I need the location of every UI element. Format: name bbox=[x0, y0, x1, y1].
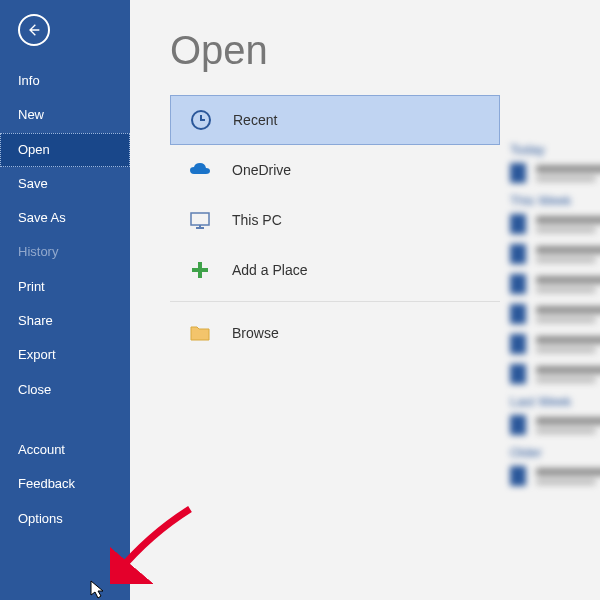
sidebar-item-info[interactable]: Info bbox=[0, 64, 130, 98]
recent-file-item[interactable] bbox=[510, 466, 600, 486]
sidebar-item-label: Export bbox=[18, 347, 56, 362]
source-onedrive[interactable]: OneDrive bbox=[170, 145, 500, 195]
backstage-sidebar: Info New Open Save Save As History Print… bbox=[0, 0, 130, 600]
sidebar-item-label: Account bbox=[18, 442, 65, 457]
recent-file-item[interactable] bbox=[510, 244, 600, 264]
sidebar-item-export[interactable]: Export bbox=[0, 338, 130, 372]
document-icon bbox=[510, 274, 526, 294]
svg-rect-3 bbox=[199, 225, 201, 227]
recent-files-list: Today This Week Last Week Older bbox=[510, 132, 600, 496]
source-browse[interactable]: Browse bbox=[170, 308, 500, 358]
back-arrow-icon bbox=[26, 22, 42, 38]
sidebar-item-label: Options bbox=[18, 511, 63, 526]
recent-file-item[interactable] bbox=[510, 415, 600, 435]
document-icon bbox=[510, 244, 526, 264]
sidebar-item-history[interactable]: History bbox=[0, 235, 130, 269]
svg-rect-1 bbox=[191, 213, 209, 225]
document-icon bbox=[510, 334, 526, 354]
sidebar-item-open[interactable]: Open bbox=[0, 133, 130, 167]
recent-file-item[interactable] bbox=[510, 304, 600, 324]
document-icon bbox=[510, 364, 526, 384]
sidebar-item-label: Open bbox=[18, 142, 50, 157]
source-add-place[interactable]: Add a Place bbox=[170, 245, 500, 295]
sidebar-item-options[interactable]: Options bbox=[0, 502, 130, 536]
recent-section-header: Older bbox=[510, 445, 600, 460]
sidebar-item-save-as[interactable]: Save As bbox=[0, 201, 130, 235]
plus-icon bbox=[188, 258, 212, 282]
recent-file-item[interactable] bbox=[510, 163, 600, 183]
recent-section-header: This Week bbox=[510, 193, 600, 208]
sidebar-item-label: Print bbox=[18, 279, 45, 294]
page-title: Open bbox=[170, 28, 600, 73]
recent-section-header: Today bbox=[510, 142, 600, 157]
open-source-list: Recent OneDrive This PC Add a Place bbox=[170, 95, 500, 358]
source-label: Add a Place bbox=[232, 262, 308, 278]
sidebar-item-label: Share bbox=[18, 313, 53, 328]
source-label: OneDrive bbox=[232, 162, 291, 178]
source-label: Browse bbox=[232, 325, 279, 341]
folder-icon bbox=[188, 321, 212, 345]
sidebar-item-label: Info bbox=[18, 73, 40, 88]
sidebar-item-print[interactable]: Print bbox=[0, 270, 130, 304]
document-icon bbox=[510, 214, 526, 234]
sidebar-item-label: New bbox=[18, 107, 44, 122]
recent-file-item[interactable] bbox=[510, 214, 600, 234]
sidebar-item-feedback[interactable]: Feedback bbox=[0, 467, 130, 501]
svg-rect-2 bbox=[196, 227, 204, 229]
sidebar-item-close[interactable]: Close bbox=[0, 373, 130, 407]
sidebar-item-label: Save bbox=[18, 176, 48, 191]
recent-section-header: Last Week bbox=[510, 394, 600, 409]
recent-file-item[interactable] bbox=[510, 334, 600, 354]
sidebar-item-label: Feedback bbox=[18, 476, 75, 491]
document-icon bbox=[510, 304, 526, 324]
document-icon bbox=[510, 466, 526, 486]
sidebar-item-share[interactable]: Share bbox=[0, 304, 130, 338]
source-this-pc[interactable]: This PC bbox=[170, 195, 500, 245]
sidebar-item-save[interactable]: Save bbox=[0, 167, 130, 201]
sidebar-item-account[interactable]: Account bbox=[0, 433, 130, 467]
sidebar-item-label: Save As bbox=[18, 210, 66, 225]
document-icon bbox=[510, 163, 526, 183]
source-label: This PC bbox=[232, 212, 282, 228]
source-label: Recent bbox=[233, 112, 277, 128]
document-icon bbox=[510, 415, 526, 435]
backstage-main: Open Recent OneDrive This PC Add a Place bbox=[130, 0, 600, 600]
source-recent[interactable]: Recent bbox=[170, 95, 500, 145]
this-pc-icon bbox=[188, 208, 212, 232]
divider bbox=[170, 301, 500, 302]
clock-icon bbox=[189, 108, 213, 132]
sidebar-item-label: Close bbox=[18, 382, 51, 397]
onedrive-icon bbox=[188, 158, 212, 182]
sidebar-item-label: History bbox=[18, 244, 58, 259]
sidebar-item-new[interactable]: New bbox=[0, 98, 130, 132]
recent-file-item[interactable] bbox=[510, 274, 600, 294]
recent-file-item[interactable] bbox=[510, 364, 600, 384]
back-button[interactable] bbox=[18, 14, 50, 46]
